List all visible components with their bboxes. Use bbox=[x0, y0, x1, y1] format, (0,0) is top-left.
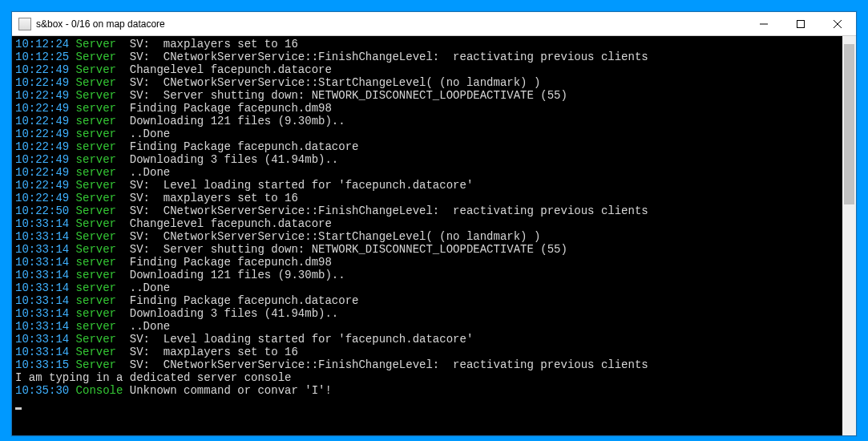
log-timestamp: 10:33:14 bbox=[15, 217, 69, 230]
log-line: 10:22:49 server Finding Package facepunc… bbox=[15, 102, 839, 115]
log-timestamp: 10:22:49 bbox=[15, 76, 69, 89]
log-source: server bbox=[69, 307, 130, 320]
close-button[interactable] bbox=[819, 12, 856, 35]
log-line: 10:33:15 Server SV: CNetworkServerServic… bbox=[15, 358, 839, 371]
scrollbar-thumb[interactable] bbox=[844, 44, 854, 204]
log-source: server bbox=[69, 294, 130, 307]
log-line: 10:22:49 server Downloading 121 files (9… bbox=[15, 115, 839, 127]
log-line: 10:33:14 server Downloading 3 files (41.… bbox=[15, 307, 839, 320]
maximize-button[interactable] bbox=[782, 12, 819, 35]
log-timestamp: 10:22:49 bbox=[15, 89, 69, 102]
log-message: SV: Server shutting down: NETWORK_DISCON… bbox=[130, 243, 567, 256]
log-source: Server bbox=[69, 63, 130, 76]
maximize-icon bbox=[797, 20, 805, 28]
log-source: server bbox=[69, 140, 130, 153]
log-timestamp: 10:33:14 bbox=[15, 230, 69, 243]
log-source: server bbox=[69, 256, 130, 269]
log-timestamp: 10:35:30 bbox=[15, 384, 69, 397]
log-line: 10:22:49 Server SV: CNetworkServerServic… bbox=[15, 76, 839, 89]
log-line: 10:33:14 Server Changelevel facepunch.da… bbox=[15, 217, 839, 230]
log-line: 10:33:14 Server SV: maxplayers set to 16 bbox=[15, 346, 839, 358]
log-timestamp: 10:12:24 bbox=[15, 38, 69, 51]
log-line: 10:22:50 Server SV: CNetworkServerServic… bbox=[15, 204, 839, 217]
log-timestamp: 10:33:14 bbox=[15, 294, 69, 307]
log-raw: I am typing in a dedicated server consol… bbox=[15, 371, 291, 384]
log-line: 10:33:14 server Downloading 121 files (9… bbox=[15, 269, 839, 281]
log-line: I am typing in a dedicated server consol… bbox=[15, 371, 839, 384]
svg-rect-1 bbox=[797, 20, 805, 27]
log-message: Downloading 121 files (9.30mb).. bbox=[130, 269, 345, 281]
log-line: 10:33:14 server Finding Package facepunc… bbox=[15, 256, 839, 269]
log-line: 10:33:14 server ..Done bbox=[15, 281, 839, 294]
console-output[interactable]: 10:12:24 Server SV: maxplayers set to 16… bbox=[12, 36, 842, 435]
log-message: SV: maxplayers set to 16 bbox=[130, 38, 298, 51]
log-line: 10:33:14 Server SV: Server shutting down… bbox=[15, 243, 839, 256]
minimize-button[interactable] bbox=[745, 12, 782, 35]
window-title: s&box - 0/16 on map datacore bbox=[36, 18, 745, 30]
log-line: 10:12:25 Server SV: CNetworkServerServic… bbox=[15, 51, 839, 63]
log-source: server bbox=[69, 166, 130, 179]
log-line: 10:22:49 Server SV: Level loading starte… bbox=[15, 179, 839, 192]
log-source: Server bbox=[69, 333, 130, 346]
log-source: Server bbox=[69, 38, 130, 51]
log-timestamp: 10:33:14 bbox=[15, 333, 69, 346]
app-window: s&box - 0/16 on map datacore 10:12:24 Se… bbox=[11, 11, 857, 436]
log-message: Finding Package facepunch.datacore bbox=[130, 294, 359, 307]
log-timestamp: 10:22:49 bbox=[15, 127, 69, 140]
log-timestamp: 10:22:49 bbox=[15, 115, 69, 127]
log-source: server bbox=[69, 153, 130, 166]
vertical-scrollbar[interactable] bbox=[842, 36, 856, 435]
log-timestamp: 10:33:14 bbox=[15, 256, 69, 269]
log-message: Downloading 3 files (41.94mb).. bbox=[130, 153, 338, 166]
log-line: 10:33:14 server ..Done bbox=[15, 320, 839, 333]
text-cursor bbox=[15, 407, 22, 410]
log-line: 10:22:49 server Downloading 3 files (41.… bbox=[15, 153, 839, 166]
log-message: Finding Package facepunch.dm98 bbox=[130, 102, 332, 115]
minimize-icon bbox=[760, 20, 768, 28]
log-line: 10:33:14 Server SV: CNetworkServerServic… bbox=[15, 230, 839, 243]
log-line: 10:35:30 Console Unknown command or conv… bbox=[15, 384, 839, 397]
log-source: server bbox=[69, 127, 130, 140]
log-source: Server bbox=[69, 179, 130, 192]
log-timestamp: 10:33:14 bbox=[15, 243, 69, 256]
log-message: SV: CNetworkServerService::StartChangeLe… bbox=[130, 76, 540, 89]
log-message: SV: Level loading started for 'facepunch… bbox=[130, 179, 473, 192]
log-message: SV: CNetworkServerService::FinishChangeL… bbox=[130, 51, 648, 63]
log-source: Server bbox=[69, 217, 130, 230]
log-line: 10:22:49 server ..Done bbox=[15, 166, 839, 179]
log-source: Server bbox=[69, 346, 130, 358]
log-message: ..Done bbox=[130, 127, 170, 140]
log-source: server bbox=[69, 115, 130, 127]
log-message: Finding Package facepunch.dm98 bbox=[130, 256, 332, 269]
log-message: SV: maxplayers set to 16 bbox=[130, 192, 298, 204]
input-cursor-line[interactable] bbox=[15, 397, 839, 410]
titlebar[interactable]: s&box - 0/16 on map datacore bbox=[12, 12, 856, 36]
log-message: ..Done bbox=[130, 166, 170, 179]
log-message: Changelevel facepunch.datacore bbox=[130, 217, 332, 230]
log-message: Changelevel facepunch.datacore bbox=[130, 63, 332, 76]
log-message: Finding Package facepunch.datacore bbox=[130, 140, 359, 153]
log-line: 10:12:24 Server SV: maxplayers set to 16 bbox=[15, 38, 839, 51]
log-source: Server bbox=[69, 76, 130, 89]
log-message: SV: maxplayers set to 16 bbox=[130, 346, 298, 358]
log-message: ..Done bbox=[130, 320, 170, 333]
log-line: 10:22:49 server ..Done bbox=[15, 127, 839, 140]
log-timestamp: 10:22:49 bbox=[15, 153, 69, 166]
app-icon bbox=[18, 18, 31, 30]
log-timestamp: 10:33:14 bbox=[15, 307, 69, 320]
log-timestamp: 10:22:49 bbox=[15, 102, 69, 115]
log-timestamp: 10:12:25 bbox=[15, 51, 69, 63]
log-source: server bbox=[69, 281, 130, 294]
log-line: 10:22:49 Server Changelevel facepunch.da… bbox=[15, 63, 839, 76]
log-timestamp: 10:22:49 bbox=[15, 192, 69, 204]
log-line: 10:22:49 server Finding Package facepunc… bbox=[15, 140, 839, 153]
log-source: Server bbox=[69, 204, 130, 217]
log-message: ..Done bbox=[130, 281, 170, 294]
log-timestamp: 10:33:14 bbox=[15, 320, 69, 333]
log-source: Console bbox=[69, 384, 130, 397]
log-message: SV: Level loading started for 'facepunch… bbox=[130, 333, 473, 346]
log-line: 10:33:14 server Finding Package facepunc… bbox=[15, 294, 839, 307]
log-source: server bbox=[69, 269, 130, 281]
log-message: SV: CNetworkServerService::StartChangeLe… bbox=[130, 230, 540, 243]
log-source: Server bbox=[69, 89, 130, 102]
